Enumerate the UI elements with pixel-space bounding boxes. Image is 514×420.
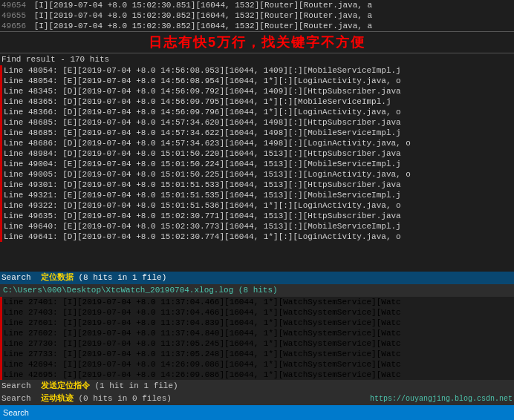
table-row: Line 49322: [D][2019-07-04 +8.0 15:01:51… <box>0 200 514 211</box>
list-item: Line 27403: [I][2019-07-04 +8.0 11:37:04… <box>2 307 514 318</box>
file-result-path: C:\Users\000\Desktop\XtcWatch_20190704.x… <box>0 284 514 297</box>
table-row: Line 42695: [I][2019-07-04 +8.0 14:26:09… <box>0 370 514 380</box>
list-item: Line 49301: [D][2019-07-04 +8.0 15:01:51… <box>2 180 514 190</box>
results-area: Line 48054: [E][2019-07-04 +8.0 14:56:08… <box>0 65 514 272</box>
table-row: Line 48685: [E][2019-07-04 +8.0 14:57:34… <box>0 128 514 138</box>
search2-results: Line 27401: [I][2019-07-04 +8.0 11:37:04… <box>0 297 514 380</box>
bottom-search-label: Search <box>3 408 29 417</box>
list-item: Line 49321: [E][2019-07-04 +8.0 15:01:51… <box>2 190 514 200</box>
list-item: Line 27401: [I][2019-07-04 +8.0 11:37:04… <box>2 297 514 307</box>
banner: 日志有快5万行，找关键字不方便 <box>0 31 514 53</box>
table-row: Line 48685: [E][2019-07-04 +8.0 14:57:34… <box>0 117 514 128</box>
list-item: Line 49005: [D][2019-07-04 +8.0 15:01:50… <box>2 169 514 180</box>
bottom-left: Search <box>3 408 29 417</box>
bottom-bar: Search <box>0 405 514 420</box>
table-row: Line 49635: [D][2019-07-04 +8.0 15:02:30… <box>0 211 514 221</box>
table-row: Line 42694: [I][2019-07-04 +8.0 14:26:09… <box>0 359 514 370</box>
list-item: Line 27730: [I][2019-07-04 +8.0 11:37:05… <box>2 338 514 349</box>
table-row: Line 49004: [E][2019-07-04 +8.0 15:01:50… <box>0 159 514 169</box>
search1-header[interactable]: Search 定位数据 (8 hits in 1 file) <box>0 272 514 284</box>
top-log-area: 49654 [I][2019-07-04 +8.0 15:02:30.851][… <box>0 0 514 31</box>
main-container: 49654 [I][2019-07-04 +8.0 15:02:30.851][… <box>0 0 514 420</box>
table-row: Line 48686: [D][2019-07-04 +8.0 14:57:34… <box>0 138 514 148</box>
search1-section: Search 定位数据 (8 hits in 1 file) C:\Users\… <box>0 272 514 380</box>
list-item: Line 48984: [D][2019-07-04 +8.0 15:01:50… <box>2 148 514 159</box>
table-row: Line 27602: [I][2019-07-04 +8.0 11:37:04… <box>0 328 514 338</box>
list-item: Line 27733: [I][2019-07-04 +8.0 11:37:05… <box>2 349 514 359</box>
table-row: Line 49641: [D][2019-07-04 +8.0 15:02:30… <box>0 232 514 242</box>
search4-section: Search 运动轨迹 (0 hits in 0 files) https://… <box>0 393 514 405</box>
table-row: Line 48366: [D][2019-07-04 +8.0 14:56:09… <box>0 107 514 117</box>
table-row: Line 27601: [I][2019-07-04 +8.0 11:37:04… <box>0 318 514 328</box>
list-item: Line 27602: [I][2019-07-04 +8.0 11:37:04… <box>2 328 514 338</box>
search3-section: Search 发送定位指令 (1 hit in 1 file) <box>0 380 514 393</box>
list-item: Line 48685: [E][2019-07-04 +8.0 14:57:34… <box>2 128 514 138</box>
list-item: Line 48686: [D][2019-07-04 +8.0 14:57:34… <box>2 138 514 148</box>
list-item: Line 48054: [E][2019-07-04 +8.0 14:56:08… <box>2 65 514 76</box>
table-row: Line 27730: [I][2019-07-04 +8.0 11:37:05… <box>0 338 514 349</box>
list-item: Line 49322: [D][2019-07-04 +8.0 15:01:51… <box>2 200 514 211</box>
table-row: Line 49301: [D][2019-07-04 +8.0 15:01:51… <box>0 180 514 190</box>
list-item: Line 49004: [E][2019-07-04 +8.0 15:01:50… <box>2 159 514 169</box>
table-row: Line 48345: [D][2019-07-04 +8.0 14:56:09… <box>0 86 514 96</box>
list-item: Line 42695: [I][2019-07-04 +8.0 14:26:09… <box>2 370 514 380</box>
search4-header[interactable]: Search 运动轨迹 (0 hits in 0 files) https://… <box>0 393 514 405</box>
log-line-2: 49655 [I][2019-07-04 +8.0 15:02:30.852][… <box>0 10 514 21</box>
table-row: Line 49321: [E][2019-07-04 +8.0 15:01:51… <box>0 190 514 200</box>
csdn-link[interactable]: https://ouyangjing.blog.csdn.net <box>370 393 513 404</box>
log-line-1: 49654 [I][2019-07-04 +8.0 15:02:30.851][… <box>0 0 514 10</box>
list-item: Line 42694: [I][2019-07-04 +8.0 14:26:09… <box>2 359 514 370</box>
table-row: Line 27403: [I][2019-07-04 +8.0 11:37:04… <box>0 307 514 318</box>
log-line-3: 49656 [I][2019-07-04 +8.0 15:02:30.852][… <box>0 21 514 31</box>
list-item: Line 49640: [E][2019-07-04 +8.0 15:02:30… <box>2 221 514 232</box>
list-item: Line 48685: [E][2019-07-04 +8.0 14:57:34… <box>2 117 514 128</box>
table-row: Line 49640: [E][2019-07-04 +8.0 15:02:30… <box>0 221 514 232</box>
table-row: Line 48054: [E][2019-07-04 +8.0 14:56:08… <box>0 76 514 86</box>
table-row: Line 48365: [D][2019-07-04 +8.0 14:56:09… <box>0 96 514 107</box>
list-item: Line 27601: [I][2019-07-04 +8.0 11:37:04… <box>2 318 514 328</box>
find-result-header: Find result - 170 hits <box>0 53 514 65</box>
list-item: Line 49635: [D][2019-07-04 +8.0 15:02:30… <box>2 211 514 221</box>
list-item: Line 48365: [D][2019-07-04 +8.0 14:56:09… <box>2 96 514 107</box>
table-row: Line 48054: [E][2019-07-04 +8.0 14:56:08… <box>0 65 514 76</box>
list-item: Line 48345: [D][2019-07-04 +8.0 14:56:09… <box>2 86 514 96</box>
table-row: Line 48984: [D][2019-07-04 +8.0 15:01:50… <box>0 148 514 159</box>
table-row: Line 27733: [I][2019-07-04 +8.0 11:37:05… <box>0 349 514 359</box>
list-item: Line 49641: [D][2019-07-04 +8.0 15:02:30… <box>2 232 514 242</box>
table-row: Line 27401: [I][2019-07-04 +8.0 11:37:04… <box>0 297 514 307</box>
table-row: Line 49005: [D][2019-07-04 +8.0 15:01:50… <box>0 169 514 180</box>
list-item: Line 48366: [D][2019-07-04 +8.0 14:56:09… <box>2 107 514 117</box>
search3-header[interactable]: Search 发送定位指令 (1 hit in 1 file) <box>0 380 514 393</box>
list-item: Line 48054: [E][2019-07-04 +8.0 14:56:08… <box>2 76 514 86</box>
